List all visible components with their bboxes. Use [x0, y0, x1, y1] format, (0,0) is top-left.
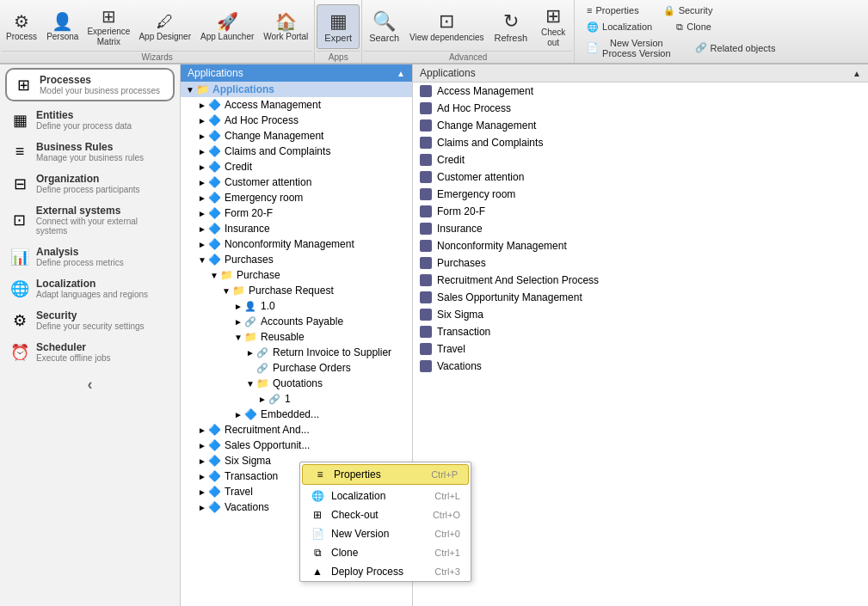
- right-list-item-claims[interactable]: Claims and Complaints: [413, 134, 868, 151]
- right-list-item-transaction[interactable]: Transaction: [413, 323, 868, 340]
- tree-item-purchase-orders[interactable]: ► 🔗 Purchase Orders: [181, 360, 412, 376]
- tree-item-embedded[interactable]: ► 🔷 Embedded...: [181, 407, 412, 422]
- expand-icon[interactable]: ▼: [196, 255, 208, 265]
- expand-icon[interactable]: ►: [232, 302, 244, 311]
- expand-icon[interactable]: ►: [196, 209, 208, 218]
- sidebar-item-security[interactable]: ⚙ Security Define your security settings: [3, 305, 176, 335]
- sidebar-item-localization[interactable]: 🌐 Localization Adapt languages and regio…: [3, 273, 176, 303]
- tree-item-recruitment[interactable]: ► 🔷 Recruitment And...: [181, 422, 412, 438]
- context-menu-item-localization[interactable]: 🌐 Localization Ctrl+L: [300, 487, 471, 505]
- context-menu-item-properties[interactable]: ≡ Properties Ctrl+P: [302, 464, 469, 485]
- right-list-item-emergency-room[interactable]: Emergency room: [413, 186, 868, 203]
- app-launcher-button[interactable]: 🚀 App Launcher: [196, 4, 258, 49]
- sidebar-item-external-systems[interactable]: ⊡ External systems Connect with your ext…: [3, 200, 176, 240]
- checkout-button[interactable]: ⊞ Checkout: [534, 4, 572, 49]
- tree-item-adhoc[interactable]: ► 🔷 Ad Hoc Process: [181, 113, 412, 128]
- tree-item-access-management[interactable]: ► 🔷 Access Management: [181, 97, 412, 113]
- expand-icon[interactable]: ►: [196, 456, 208, 466]
- persona-button[interactable]: 👤 Persona: [42, 4, 83, 49]
- tree-item-form20f[interactable]: ► 🔷 Form 20-F: [181, 205, 412, 221]
- right-list-item-form20f[interactable]: Form 20-F: [413, 203, 868, 220]
- experience-matrix-button[interactable]: ⊞ ExperienceMatrix: [83, 4, 133, 49]
- context-menu-item-checkout[interactable]: ⊞ Check-out Ctrl+O: [300, 505, 471, 524]
- right-list-item-access-management[interactable]: Access Management: [413, 83, 868, 100]
- expand-icon[interactable]: ►: [232, 410, 244, 419]
- expand-icon[interactable]: ►: [196, 193, 208, 203]
- expand-icon[interactable]: ►: [196, 240, 208, 249]
- context-menu-item-clone[interactable]: ⧉ Clone Ctrl+1: [300, 543, 471, 562]
- right-list-item-nonconformity[interactable]: Nonconformity Management: [413, 237, 868, 254]
- view-dependencies-button[interactable]: ⊡ View dependencies: [406, 4, 488, 49]
- right-list-item-customer-attention[interactable]: Customer attention: [413, 168, 868, 186]
- expand-icon[interactable]: ►: [196, 101, 208, 110]
- tree-item-quotation-1[interactable]: ► 🔗 1: [181, 391, 412, 407]
- sidebar-item-organization[interactable]: ⊟ Organization Define process participan…: [3, 168, 176, 199]
- right-list-item-vacations[interactable]: Vacations: [413, 358, 868, 375]
- process-button[interactable]: ⚙ Process: [2, 4, 41, 49]
- tree-item-purchase-folder[interactable]: ▼ 📁 Purchase: [181, 267, 412, 283]
- tree-item-change-management[interactable]: ► 🔷 Change Management: [181, 128, 412, 144]
- expand-icon[interactable]: ►: [196, 441, 208, 450]
- sidebar-item-analysis[interactable]: 📊 Analysis Define process metrics: [3, 242, 176, 272]
- clone-small-button[interactable]: ⧉ Clone: [671, 20, 717, 34]
- tree-item-reusable[interactable]: ▼ 📁 Reusable: [181, 329, 412, 345]
- tree-expand-applications[interactable]: ▼: [184, 85, 196, 95]
- expand-icon[interactable]: ►: [256, 395, 268, 404]
- expand-icon[interactable]: ►: [196, 132, 208, 141]
- sidebar-item-processes[interactable]: ⊞ Processes Model your business processe…: [5, 68, 175, 101]
- right-list-item-adhoc[interactable]: Ad Hoc Process: [413, 100, 868, 117]
- related-objects-small-button[interactable]: 🔗 Related objects: [690, 36, 781, 60]
- tree-item-accounts-payable[interactable]: ► 🔗 Accounts Payable: [181, 314, 412, 329]
- expand-icon[interactable]: ►: [232, 317, 244, 327]
- right-list-item-sales[interactable]: Sales Opportunity Management: [413, 289, 868, 306]
- refresh-button[interactable]: ↻ Refresh: [489, 4, 533, 49]
- expand-icon[interactable]: ►: [196, 162, 208, 172]
- tree-item-quotations[interactable]: ▼ 📁 Quotations: [181, 376, 412, 391]
- tree-item-return-invoice[interactable]: ► 🔗 Return Invoice to Supplier: [181, 345, 412, 360]
- work-portal-button[interactable]: 🏠 Work Portal: [259, 4, 312, 49]
- tree-item-nonconformity[interactable]: ► 🔷 Nonconformity Management: [181, 236, 412, 252]
- expand-icon[interactable]: ▼: [232, 333, 244, 342]
- search-button[interactable]: 🔍 Search: [364, 4, 404, 49]
- right-list-item-travel[interactable]: Travel: [413, 340, 868, 358]
- expand-icon[interactable]: ►: [196, 472, 208, 481]
- expand-icon[interactable]: ►: [196, 224, 208, 234]
- expert-button[interactable]: ▦ Expert: [317, 4, 360, 49]
- security-small-button[interactable]: 🔒 Security: [658, 3, 718, 18]
- right-list-item-change-management[interactable]: Change Management: [413, 117, 868, 134]
- tree-item-purchases[interactable]: ▼ 🔷 Purchases: [181, 252, 412, 267]
- right-list-item-credit[interactable]: Credit: [413, 151, 868, 168]
- tree-item-insurance[interactable]: ► 🔷 Insurance: [181, 221, 412, 236]
- sidebar-collapse-button[interactable]: ‹: [0, 369, 180, 401]
- new-version-small-button[interactable]: 📄 New VersionProcess Version: [582, 36, 675, 60]
- sidebar-item-business-rules[interactable]: ≡ Business Rules Manage your business ru…: [3, 137, 176, 167]
- tree-item-customer-attention[interactable]: ► 🔷 Customer attention: [181, 174, 412, 190]
- tree-item-1-0[interactable]: ► 👤 1.0: [181, 298, 412, 314]
- context-menu-item-new-version[interactable]: 📄 New Version Ctrl+0: [300, 524, 471, 543]
- tree-item-purchase-request[interactable]: ▼ 📁 Purchase Request: [181, 283, 412, 298]
- expand-icon[interactable]: ▼: [244, 379, 256, 389]
- localization-small-button[interactable]: 🌐 Localization: [582, 20, 657, 34]
- right-list-item-insurance[interactable]: Insurance: [413, 220, 868, 237]
- sidebar-item-scheduler[interactable]: ⏰ Scheduler Execute offline jobs: [3, 337, 176, 367]
- tree-item-claims[interactable]: ► 🔷 Claims and Complaints: [181, 144, 412, 159]
- expand-icon[interactable]: ►: [244, 348, 256, 358]
- properties-small-button[interactable]: ≡ Properties: [582, 3, 644, 18]
- expand-icon[interactable]: ▼: [208, 271, 220, 280]
- tree-item-emergency-room[interactable]: ► 🔷 Emergency room: [181, 190, 412, 205]
- tree-item-sales[interactable]: ► 🔷 Sales Opportunit...: [181, 438, 412, 453]
- sidebar-item-entities[interactable]: ▦ Entities Define your process data: [3, 105, 176, 135]
- expand-icon[interactable]: ►: [196, 147, 208, 156]
- tree-item-applications[interactable]: ▼ 📁 Applications: [181, 82, 412, 97]
- right-list-item-recruitment[interactable]: Recruitment And Selection Process: [413, 272, 868, 289]
- expand-icon[interactable]: ▼: [220, 286, 232, 296]
- right-list-item-six-sigma[interactable]: Six Sigma: [413, 306, 868, 323]
- app-designer-button[interactable]: 🖊 App Designer: [134, 4, 195, 49]
- tree-item-credit[interactable]: ► 🔷 Credit: [181, 159, 412, 174]
- expand-icon[interactable]: ►: [196, 178, 208, 187]
- expand-icon[interactable]: ►: [196, 503, 208, 512]
- expand-icon[interactable]: ►: [196, 116, 208, 125]
- right-list-item-purchases[interactable]: Purchases: [413, 254, 868, 272]
- context-menu-item-deploy[interactable]: ▲ Deploy Process Ctrl+3: [300, 562, 471, 581]
- expand-icon[interactable]: ►: [196, 425, 208, 435]
